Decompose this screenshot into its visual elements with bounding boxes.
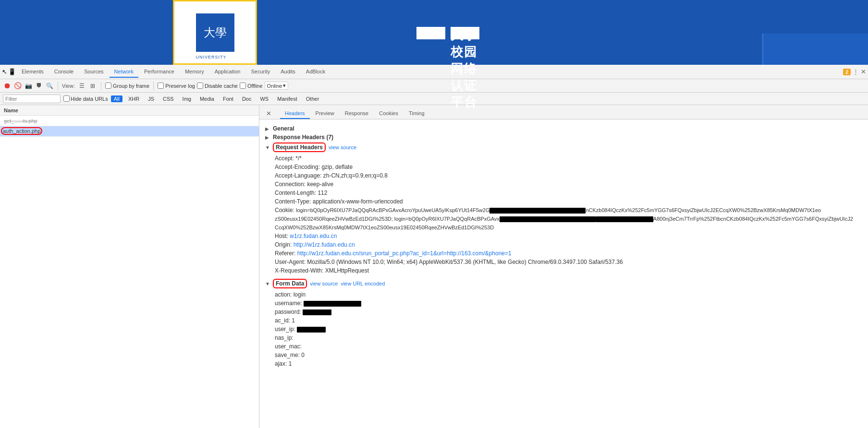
- right-panel-tabs: ✕ Headers Preview Response Cookies Timin…: [259, 105, 868, 119]
- banner-right-decoration: [762, 34, 868, 65]
- tab-performance[interactable]: Performance: [139, 66, 179, 78]
- filter-xhr[interactable]: XHR: [125, 95, 142, 102]
- toolbar-separator-2: [101, 82, 101, 90]
- form-field-user-ip: user_ip:: [265, 325, 862, 333]
- tab-console[interactable]: Console: [49, 66, 78, 78]
- offline-checkbox[interactable]: Offline: [240, 83, 263, 89]
- devtools-close-icon[interactable]: ✕: [861, 68, 866, 75]
- redacted-cookie-3: [596, 216, 653, 222]
- group-by-frame-input[interactable]: [105, 83, 111, 89]
- filter-img[interactable]: Img: [180, 95, 194, 102]
- header-content-length: Content-Length: 112: [265, 189, 862, 197]
- form-field-password: password:: [265, 308, 862, 316]
- tab-audits[interactable]: Audits: [276, 66, 300, 78]
- close-panel-button[interactable]: ✕: [263, 108, 274, 119]
- tab-adblock[interactable]: AdBlock: [301, 66, 330, 78]
- header-cookie-3: CcqXW0%252BzwX85KrsMq0MDW7tX1eoZS00eusx1…: [265, 223, 862, 232]
- filter-input[interactable]: [3, 95, 61, 103]
- tab-headers[interactable]: Headers: [280, 108, 310, 119]
- list-item[interactable]: get_......ts.php: [0, 116, 259, 126]
- filter-font[interactable]: Font: [220, 95, 236, 102]
- request-headers-section-title: Request Headers: [276, 144, 323, 151]
- form-data-section-title: Form Data: [276, 280, 304, 287]
- list-item[interactable]: auth_action.php auth_action.php: [0, 126, 259, 137]
- tab-security[interactable]: Security: [246, 66, 275, 78]
- redacted-username: [304, 301, 361, 307]
- logo-icon: 大學: [196, 13, 234, 52]
- filter-all[interactable]: All: [111, 95, 122, 102]
- tab-application[interactable]: Application: [210, 66, 245, 78]
- form-data-view-source-link[interactable]: view source: [310, 281, 338, 286]
- record-button[interactable]: ⏺: [3, 82, 12, 90]
- logo-text: UNIVERSITY: [196, 55, 227, 59]
- logo-container: 大學 UNIVERSITY: [173, 0, 257, 65]
- header-user-agent: User-Agent: Mozilla/5.0 (Windows NT 10.0…: [265, 258, 862, 266]
- filter-js[interactable]: JS: [145, 95, 157, 102]
- form-data-section-row[interactable]: ▼ Form Data view source view URL encoded: [265, 279, 862, 288]
- redacted-cookie-1: [489, 208, 586, 214]
- camera-icon[interactable]: 📷: [24, 82, 33, 90]
- filter-ws[interactable]: WS: [257, 95, 271, 102]
- hide-data-urls-checkbox[interactable]: Hide data URLs: [63, 95, 108, 102]
- redacted-cookie-2: [500, 216, 596, 222]
- group-by-frame-checkbox[interactable]: Group by frame: [105, 83, 149, 89]
- cursor-icon[interactable]: ↖: [2, 68, 7, 75]
- filter-media[interactable]: Media: [197, 95, 217, 102]
- offline-input[interactable]: [240, 83, 246, 89]
- file-list-header: Name: [0, 105, 259, 116]
- view-large-icon[interactable]: ⊞: [88, 82, 97, 90]
- form-data-arrow-icon: ▼: [265, 281, 270, 286]
- view-list-icon[interactable]: ☰: [78, 82, 86, 90]
- form-field-action: action: login: [265, 290, 862, 299]
- title-blank-box: [416, 27, 445, 39]
- hide-data-urls-input[interactable]: [63, 95, 70, 102]
- request-headers-view-source-link[interactable]: view source: [329, 144, 356, 150]
- request-headers-arrow-icon: ▼: [265, 145, 270, 150]
- form-data-view-url-encoded-link[interactable]: view URL encoded: [341, 281, 385, 286]
- tab-response[interactable]: Response: [340, 108, 374, 119]
- preserve-log-checkbox[interactable]: Preserve log: [158, 83, 195, 89]
- tab-cookies[interactable]: Cookies: [374, 108, 403, 119]
- redacted-password: [303, 309, 331, 315]
- filter-icon[interactable]: ⛊: [35, 82, 43, 90]
- filter-doc[interactable]: Doc: [239, 95, 255, 102]
- form-field-ajax: ajax: 1: [265, 359, 862, 368]
- request-headers-section-row[interactable]: ▼ Request Headers view source: [265, 143, 862, 152]
- tab-preview[interactable]: Preview: [311, 108, 339, 119]
- header-referer: Referer: http://w1rz.fudan.edu.cn/srun_p…: [265, 249, 862, 258]
- devtools-more-icon[interactable]: ⋮: [853, 68, 859, 75]
- toolbar-separator-3: [153, 82, 154, 90]
- general-arrow-icon: ▶: [265, 126, 270, 131]
- response-headers-arrow-icon: ▶: [265, 135, 270, 140]
- tab-network[interactable]: Network: [110, 66, 138, 78]
- mobile-icon[interactable]: 📱: [8, 68, 16, 75]
- form-field-user-mac: user_mac:: [265, 342, 862, 351]
- header-accept-encoding: Accept-Encoding: gzip, deflate: [265, 163, 862, 171]
- clear-button[interactable]: 🚫: [13, 82, 22, 90]
- general-section-row[interactable]: ▶ General: [265, 125, 862, 132]
- redacted-user-ip: [297, 327, 326, 333]
- disable-cache-checkbox[interactable]: Disable cache: [197, 83, 238, 89]
- warning-badge: 2: [843, 69, 851, 75]
- form-field-nas-ip: nas_ip:: [265, 333, 862, 342]
- tab-sources[interactable]: Sources: [79, 66, 108, 78]
- tab-elements[interactable]: Elements: [17, 66, 49, 78]
- tab-timing[interactable]: Timing: [404, 108, 429, 119]
- disable-cache-input[interactable]: [197, 83, 203, 89]
- filter-css[interactable]: CSS: [160, 95, 177, 102]
- view-label: View:: [62, 83, 75, 89]
- tab-memory[interactable]: Memory: [180, 66, 209, 78]
- filter-other[interactable]: Other: [303, 95, 322, 102]
- online-dropdown[interactable]: Online ▾: [265, 82, 289, 90]
- search-icon[interactable]: 🔍: [45, 82, 54, 90]
- request-headers-annotated: Request Headers: [273, 143, 326, 152]
- filter-manifest[interactable]: Manifest: [274, 95, 300, 102]
- response-headers-section-row[interactable]: ▶ Response Headers (7): [265, 134, 862, 141]
- form-field-ac-id: ac_id: 1: [265, 316, 862, 325]
- toolbar-separator-1: [58, 82, 58, 90]
- devtools-tabs-bar: ↖ 📱 Elements Console Sources Network Per…: [0, 65, 868, 79]
- devtools-right-area: 2 ⋮ ✕: [843, 68, 866, 75]
- preserve-log-input[interactable]: [158, 83, 164, 89]
- response-headers-section-title: Response Headers (7): [273, 134, 333, 141]
- dropdown-arrow-icon: ▾: [283, 83, 286, 89]
